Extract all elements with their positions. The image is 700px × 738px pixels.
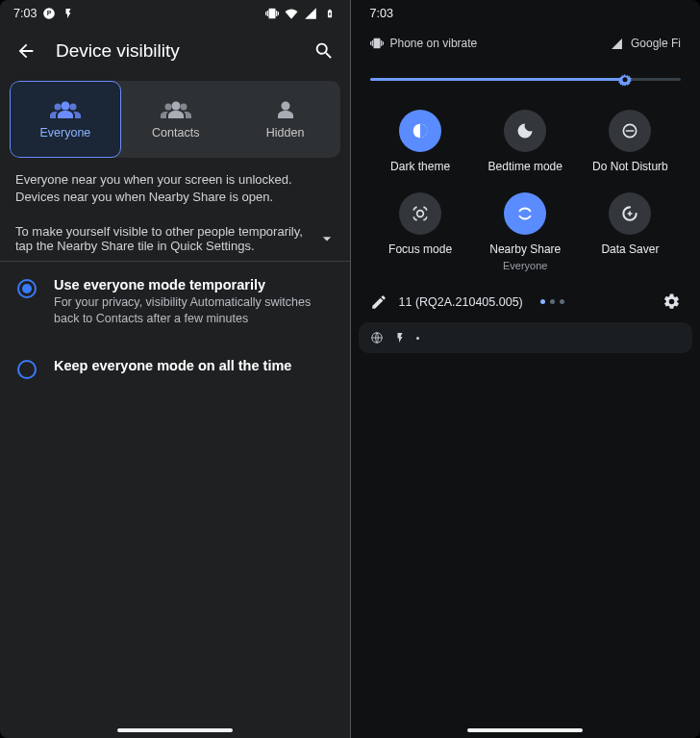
tile-dnd[interactable]: Do Not Disturb (580, 110, 681, 173)
status-time: 7:03 (13, 7, 37, 20)
dnd-icon (609, 110, 651, 152)
tile-bedtime-label: Bedtime mode (488, 160, 562, 173)
nearby-share-icon (504, 192, 546, 235)
bedtime-icon (504, 110, 546, 152)
tile-bedtime[interactable]: Bedtime mode (475, 110, 576, 173)
person-icon (269, 100, 302, 121)
tile-focus-label: Focus mode (388, 242, 452, 256)
svg-point-3 (69, 103, 76, 110)
nav-pill[interactable] (467, 728, 583, 732)
tab-hidden[interactable]: Hidden (231, 81, 340, 158)
tab-hidden-label: Hidden (266, 126, 305, 140)
svg-text:P: P (47, 10, 52, 16)
chevron-down-icon (317, 229, 337, 248)
option-temporary[interactable]: Use everyone mode temporarily For your p… (0, 262, 350, 343)
qs-footer: 11 (RQ2A.210405.005) (370, 283, 682, 322)
signal-icon (611, 37, 624, 50)
svg-point-8 (281, 101, 289, 110)
bolt-icon (393, 331, 407, 344)
brightness-thumb-icon (615, 69, 635, 89)
app-bar: Device visibility (0, 27, 350, 71)
option-always[interactable]: Keep everyone mode on all the time (0, 343, 350, 394)
data-saver-icon (609, 192, 651, 235)
description-1: Everyone near you when your screen is un… (15, 171, 335, 205)
bolt-icon (62, 7, 75, 20)
settings-button[interactable] (662, 293, 681, 311)
tile-focus[interactable]: Focus mode (370, 192, 471, 271)
status-bar-right: 7:03 (351, 0, 701, 27)
status-bar-left: 7:03 P (0, 0, 350, 27)
signal-icon (304, 7, 317, 20)
tab-everyone-label: Everyone (40, 126, 91, 140)
svg-point-5 (164, 103, 171, 110)
visibility-tabs: Everyone Contacts Hidden (10, 81, 340, 158)
svg-point-4 (61, 101, 69, 110)
description-2: To make yourself visible to other people… (15, 224, 317, 253)
radio-unselected-icon (17, 360, 37, 379)
battery-icon (323, 7, 337, 20)
status-time: 7:03 (370, 7, 393, 20)
focus-icon (399, 192, 441, 235)
tile-dnd-label: Do Not Disturb (592, 160, 668, 173)
page-dots (540, 299, 564, 304)
people-icon (49, 100, 82, 121)
notification-strip[interactable] (359, 322, 693, 353)
people-icon (160, 100, 192, 121)
tile-dark-theme[interactable]: Dark theme (370, 110, 471, 173)
qs-tile-grid: Dark theme Bedtime mode Do Not Disturb F… (370, 106, 682, 283)
tile-nearby-sub: Everyone (503, 260, 547, 271)
tab-everyone[interactable]: Everyone (10, 81, 121, 158)
back-button[interactable] (15, 40, 37, 62)
radio-selected-icon (17, 279, 37, 298)
nav-pill[interactable] (117, 728, 233, 732)
shade-sub-bar: Phone on vibrate Google Fi (370, 33, 682, 64)
vibrate-icon (265, 7, 279, 20)
tile-datasaver-label: Data Saver (601, 242, 659, 256)
svg-point-9 (622, 77, 627, 82)
option-temporary-sub: For your privacy, visibility Automatical… (54, 294, 333, 327)
tile-nearby-label: Nearby Share (489, 242, 561, 256)
svg-point-6 (180, 103, 187, 110)
svg-point-2 (54, 103, 61, 110)
option-temporary-title: Use everyone mode temporarily (54, 277, 333, 293)
edit-button[interactable] (370, 293, 388, 311)
quick-settings-screen: 7:03 Phone on vibrate Google Fi (351, 0, 701, 738)
carrier-label: Google Fi (631, 37, 681, 50)
vibrate-label: Phone on vibrate (390, 37, 478, 50)
expand-row[interactable]: To make yourself visible to other people… (0, 224, 350, 261)
tab-contacts[interactable]: Contacts (121, 81, 231, 158)
svg-point-13 (417, 211, 424, 217)
status-p-icon: P (42, 7, 56, 20)
tile-dark-label: Dark theme (390, 160, 450, 173)
settings-screen: 7:03 P Device visibi (0, 0, 351, 738)
svg-point-7 (171, 101, 180, 110)
option-always-title: Keep everyone mode on all the time (54, 358, 333, 373)
page-title: Device visibility (56, 40, 294, 62)
search-button[interactable] (313, 40, 335, 62)
build-label: 11 (RQ2A.210405.005) (399, 295, 523, 309)
brightness-slider[interactable] (370, 65, 682, 92)
notif-dot (416, 337, 419, 340)
globe-icon (370, 331, 384, 344)
vibrate-icon (370, 37, 384, 50)
tile-nearby-share[interactable]: Nearby Share Everyone (475, 192, 576, 271)
wifi-icon (285, 7, 298, 20)
tile-data-saver[interactable]: Data Saver (580, 192, 681, 271)
tab-contacts-label: Contacts (152, 126, 199, 140)
dark-theme-icon (399, 110, 441, 152)
